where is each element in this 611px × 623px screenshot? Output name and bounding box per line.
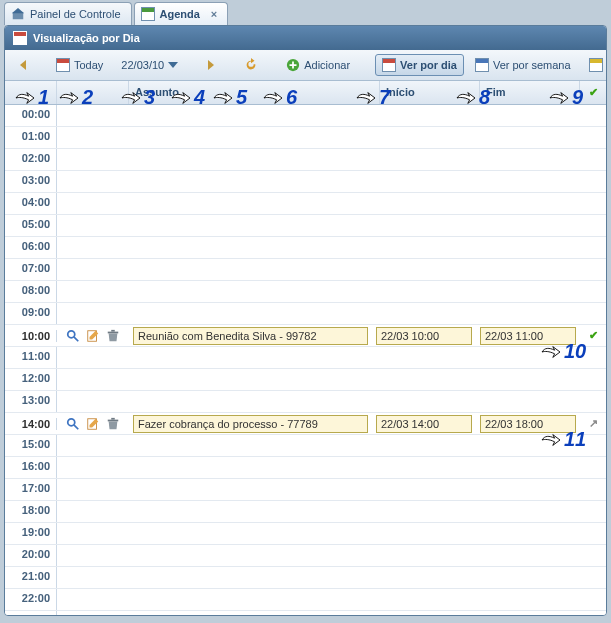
hour-row: 08:00 <box>5 281 606 303</box>
hour-label: 16:00 <box>5 457 57 478</box>
hour-row: 15:00 <box>5 435 606 457</box>
svg-rect-6 <box>107 331 118 333</box>
today-button[interactable]: Today <box>49 54 110 76</box>
calendar-day-icon <box>382 58 396 72</box>
hour-label: 02:00 <box>5 149 57 170</box>
view-month-button[interactable]: Ver por mês <box>582 54 607 76</box>
hour-label: 15:00 <box>5 435 57 456</box>
delete-icon[interactable] <box>106 329 120 343</box>
event-row[interactable]: 14:00Fazer cobrança do processo - 777892… <box>5 413 606 435</box>
calendar-icon <box>13 31 27 45</box>
hour-row: 04:00 <box>5 193 606 215</box>
hour-row: 02:00 <box>5 149 606 171</box>
event-subject[interactable]: Fazer cobrança do processo - 77789 <box>133 415 368 433</box>
tab-label: Agenda <box>160 8 200 20</box>
plus-icon <box>286 58 300 72</box>
event-subject[interactable]: Reunião com Benedita Silva - 99782 <box>133 327 368 345</box>
event-start[interactable]: 22/03 14:00 <box>376 415 472 433</box>
hour-label: 12:00 <box>5 369 57 390</box>
hour-label: 13:00 <box>5 391 57 412</box>
hour-row: 07:00 <box>5 259 606 281</box>
event-row[interactable]: 10:00Reunião com Benedita Silva - 997822… <box>5 325 606 347</box>
view-day-button[interactable]: Ver por dia <box>375 54 464 76</box>
refresh-icon <box>244 58 258 72</box>
hour-row: 06:00 <box>5 237 606 259</box>
hour-row: 21:00 <box>5 567 606 589</box>
hour-row: 05:00 <box>5 215 606 237</box>
home-icon <box>11 7 25 21</box>
edit-icon[interactable] <box>86 417 100 431</box>
arrow-right-icon <box>208 60 214 70</box>
event-done[interactable]: ↗ <box>580 417 606 430</box>
hour-row: 09:00 <box>5 303 606 325</box>
date-picker[interactable]: 22/03/10 <box>114 55 185 75</box>
hour-label: 18:00 <box>5 501 57 522</box>
arrow-left-icon <box>20 60 26 70</box>
svg-rect-0 <box>13 12 24 19</box>
prev-button[interactable] <box>11 58 35 72</box>
hour-label: 09:00 <box>5 303 57 324</box>
window-title: Visualização por Dia <box>5 26 606 50</box>
hour-row: 17:00 <box>5 479 606 501</box>
svg-line-4 <box>73 336 77 340</box>
hour-label: 11:00 <box>5 347 57 368</box>
calendar-icon <box>56 58 70 72</box>
hour-label: 06:00 <box>5 237 57 258</box>
add-button[interactable]: Adicionar <box>279 54 357 76</box>
window-title-text: Visualização por Dia <box>33 32 140 44</box>
hour-row: 13:00 <box>5 391 606 413</box>
today-label: Today <box>74 59 103 71</box>
hour-label: 23:00 <box>5 611 57 615</box>
column-headers: Assunto Início Fim ✔ <box>5 81 606 105</box>
view-week-label: Ver por semana <box>493 59 571 71</box>
svg-line-9 <box>73 424 77 428</box>
magnifier-icon[interactable] <box>66 329 80 343</box>
toolbar: Today 22/03/10 Adicionar Ver por dia Ver… <box>5 50 606 81</box>
col-end[interactable]: Fim <box>480 81 580 104</box>
edit-icon[interactable] <box>86 329 100 343</box>
event-time: 10:00 <box>5 330 57 342</box>
tab-agenda[interactable]: Agenda × <box>134 2 229 25</box>
hour-row: 12:00 <box>5 369 606 391</box>
svg-point-3 <box>67 330 74 337</box>
hour-row: 18:00 <box>5 501 606 523</box>
event-start[interactable]: 22/03 10:00 <box>376 327 472 345</box>
hour-label: 17:00 <box>5 479 57 500</box>
tab-label: Painel de Controle <box>30 8 121 20</box>
chevron-down-icon <box>168 62 178 68</box>
calendar-icon <box>141 7 155 21</box>
event-done[interactable]: ✔ <box>580 329 606 342</box>
close-icon[interactable]: × <box>211 8 217 20</box>
hour-label: 04:00 <box>5 193 57 214</box>
svg-marker-1 <box>12 8 24 13</box>
event-time: 14:00 <box>5 418 57 430</box>
hour-label: 01:00 <box>5 127 57 148</box>
magnifier-icon[interactable] <box>66 417 80 431</box>
hour-label: 00:00 <box>5 105 57 126</box>
day-grid[interactable]: 00:0001:0002:0003:0004:0005:0006:0007:00… <box>5 105 606 615</box>
next-button[interactable] <box>199 58 223 72</box>
hour-label: 21:00 <box>5 567 57 588</box>
hour-row: 22:00 <box>5 589 606 611</box>
svg-rect-7 <box>111 329 115 331</box>
event-end[interactable]: 22/03 11:00 <box>480 327 576 345</box>
svg-rect-11 <box>107 419 118 421</box>
refresh-button[interactable] <box>237 54 265 76</box>
tab-control-panel[interactable]: Painel de Controle <box>4 2 132 25</box>
delete-icon[interactable] <box>106 417 120 431</box>
hour-label: 20:00 <box>5 545 57 566</box>
col-subject[interactable]: Assunto <box>129 81 380 104</box>
hour-label: 22:00 <box>5 589 57 610</box>
check-icon: ✔ <box>589 86 598 98</box>
svg-rect-12 <box>111 417 115 419</box>
hour-row: 23:00 <box>5 611 606 615</box>
svg-point-8 <box>67 418 74 425</box>
event-end[interactable]: 22/03 18:00 <box>480 415 576 433</box>
hour-label: 19:00 <box>5 523 57 544</box>
view-week-button[interactable]: Ver por semana <box>468 54 578 76</box>
hour-row: 11:00 <box>5 347 606 369</box>
calendar-week-icon <box>475 58 489 72</box>
col-start[interactable]: Início <box>380 81 480 104</box>
hour-row: 01:00 <box>5 127 606 149</box>
hour-label: 08:00 <box>5 281 57 302</box>
